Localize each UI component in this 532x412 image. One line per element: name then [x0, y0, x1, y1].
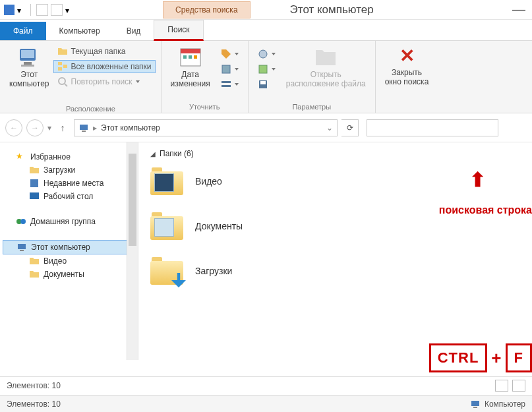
view-details-icon[interactable]	[495, 380, 508, 392]
repeat-search-label: Повторить поиск	[71, 77, 133, 86]
ribbon-group-close: ✕ Закрыть окно поиска	[376, 41, 438, 113]
status-bar-outer: Элементов: 10 Компьютер	[0, 395, 532, 412]
tab-file[interactable]: Файл	[0, 22, 46, 40]
tree-this-pc-label: Этот компьютер	[31, 243, 90, 252]
svg-rect-13	[222, 65, 230, 73]
svg-rect-6	[63, 65, 67, 68]
svg-rect-28	[471, 401, 479, 406]
options-small-group	[254, 44, 280, 91]
advanced-caret	[272, 68, 276, 71]
window-title: Этот компьютер	[290, 3, 374, 16]
context-tab-search-tools: Средства поиска	[163, 1, 251, 18]
svg-rect-2	[24, 62, 32, 65]
folder-item-videos[interactable]: Видео	[150, 167, 520, 195]
computer-tree-icon	[16, 242, 27, 252]
view-icons-icon[interactable]	[512, 380, 525, 392]
svg-rect-15	[222, 85, 231, 87]
title-bar: ▾ ▾ Средства поиска Этот компьютер —	[0, 0, 532, 20]
tab-view[interactable]: Вид	[113, 22, 154, 40]
repeat-search-button[interactable]: Повторить поиск	[53, 75, 156, 88]
refresh-button[interactable]: ⟳	[341, 119, 359, 136]
forward-button[interactable]: →	[26, 119, 44, 136]
folder-icon	[57, 46, 68, 57]
current-folder-button[interactable]: Текущая папка	[53, 45, 156, 58]
tree-favorites[interactable]: ★Избранное	[3, 150, 135, 163]
folder-documents-icon	[150, 212, 183, 240]
tag-icon	[221, 49, 231, 59]
section-header-folders[interactable]: ◢ Папки (6)	[150, 149, 520, 158]
computer-status-icon	[470, 399, 481, 409]
this-computer-button[interactable]: Этот компьютер	[5, 44, 53, 90]
tree-documents-label: Документы	[44, 270, 84, 279]
svg-rect-27	[20, 250, 24, 251]
qat-dropdown-caret[interactable]: ▾	[65, 6, 73, 14]
qat: ▾ ▾	[0, 4, 77, 16]
tree-recent[interactable]: Недавние места	[3, 177, 135, 190]
folder-open-icon	[314, 45, 338, 69]
minimize-button[interactable]: —	[506, 2, 532, 17]
svg-rect-22	[30, 179, 38, 187]
svg-rect-26	[18, 244, 26, 249]
folder-item-documents[interactable]: Документы	[150, 212, 520, 240]
size-button[interactable]	[217, 63, 243, 76]
svg-rect-14	[222, 81, 231, 83]
ribbon: Этот компьютер Текущая папка Все вложенн…	[0, 41, 532, 113]
repeat-search-caret	[136, 80, 140, 83]
tree-desktop[interactable]: Рабочий стол	[3, 190, 135, 203]
tree-scrollbar-thumb[interactable]	[129, 154, 136, 246]
app-menu-caret[interactable]: ▾	[17, 6, 25, 14]
all-subfolders-button[interactable]: Все вложенные папки	[53, 60, 156, 73]
tree-downloads[interactable]: Загрузки	[3, 163, 135, 177]
save-search-button[interactable]	[254, 78, 280, 91]
tab-search[interactable]: Поиск	[154, 20, 203, 41]
open-location-button[interactable]: Открыть расположение файла	[282, 44, 370, 91]
ribbon-group-location: Этот компьютер Текущая папка Все вложенн…	[0, 41, 162, 113]
svg-rect-1	[21, 50, 34, 58]
other-icon	[221, 79, 231, 90]
other-button[interactable]	[217, 78, 243, 91]
advanced-icon	[258, 64, 268, 74]
back-button[interactable]: ←	[5, 119, 22, 136]
up-button[interactable]: ↑	[55, 121, 70, 135]
size-caret	[235, 68, 239, 71]
annotation-label: поисковая строка	[439, 204, 532, 216]
search-input[interactable]	[367, 119, 498, 136]
star-icon: ★	[16, 152, 26, 162]
svg-rect-5	[58, 67, 62, 71]
crumb-dropdown[interactable]: ⌄	[326, 123, 333, 132]
svg-rect-23	[30, 192, 39, 199]
kind-button[interactable]	[217, 47, 243, 61]
date-modified-label: Дата изменения	[171, 70, 210, 88]
folder-down-icon	[29, 165, 40, 175]
tree-homegroup[interactable]: Домашняя группа	[3, 215, 135, 228]
section-title: Папки (6)	[160, 149, 194, 158]
tree-this-pc[interactable]: Этот компьютер	[3, 240, 135, 254]
recent-button[interactable]	[254, 47, 280, 61]
history-dropdown[interactable]: ▾	[47, 123, 51, 132]
crumb-root[interactable]: Этот компьютер	[101, 123, 160, 132]
repeat-icon	[57, 76, 68, 87]
address-bar[interactable]: ▸ Этот компьютер ⌄	[74, 119, 338, 136]
kbd-f: F	[506, 343, 532, 372]
desktop-icon	[29, 191, 40, 202]
svg-rect-29	[473, 407, 477, 408]
calendar-icon	[179, 45, 202, 69]
qat-newfolder-icon[interactable]	[51, 4, 63, 16]
tab-computer[interactable]: Компьютер	[46, 22, 113, 40]
svg-rect-4	[58, 62, 62, 65]
advanced-button[interactable]	[254, 63, 280, 76]
folder-downloads-icon	[150, 257, 183, 285]
svg-rect-11	[189, 55, 192, 59]
tree-videos[interactable]: Видео	[3, 254, 135, 268]
qat-properties-icon[interactable]	[36, 4, 48, 16]
date-modified-button[interactable]: Дата изменения	[167, 44, 214, 91]
main-area: ★Избранное Загрузки Недавние места Рабоч…	[0, 142, 532, 360]
folder-item-downloads[interactable]: Загрузки	[150, 257, 520, 285]
tree-favorites-label: Избранное	[30, 152, 71, 162]
tree-scrollbar[interactable]	[127, 142, 138, 360]
tree-documents[interactable]: Документы	[3, 268, 135, 281]
tree-homegroup-label: Домашняя группа	[30, 217, 96, 226]
other-caret	[235, 83, 239, 86]
annotation-shortcut: CTRL + F	[429, 343, 532, 372]
close-search-button[interactable]: ✕ Закрыть окно поиска	[381, 44, 433, 88]
